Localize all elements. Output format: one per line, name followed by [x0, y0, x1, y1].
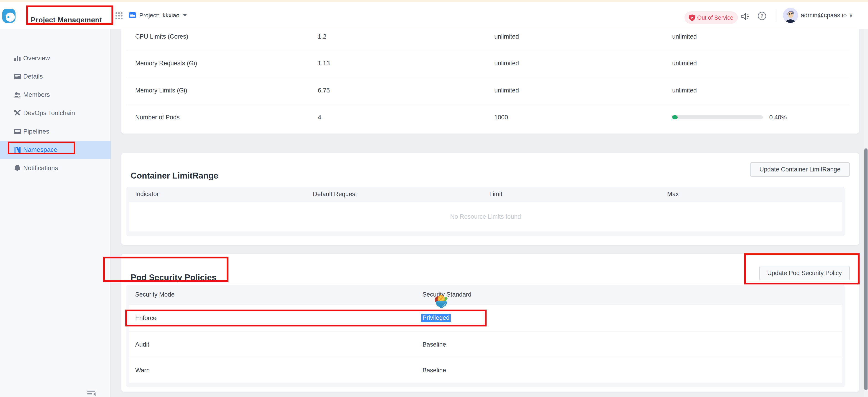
- bell-icon: [13, 164, 22, 172]
- sidebar-item-label: Notifications: [23, 164, 58, 172]
- table-row: Number of Pods 4 1000 0.40%: [126, 104, 850, 131]
- quota-row-name: CPU Limits (Cores): [135, 33, 188, 40]
- sidebar-item-label: Details: [23, 73, 43, 80]
- section-title-pod-security: Pod Security Policies: [131, 273, 216, 282]
- quota-row-limit: unlimited: [672, 60, 697, 67]
- pod-security-table: Security Mode Security Standard Enforce …: [126, 285, 845, 388]
- status-badge: Out of Service: [684, 11, 738, 24]
- pipeline-card-icon: [13, 127, 22, 136]
- sidebar-item-devops-toolchain[interactable]: DevOps Toolchain: [0, 104, 111, 122]
- sidebar-item-label: Pipelines: [23, 128, 49, 135]
- quota-row-quota: 1000: [494, 114, 508, 121]
- update-container-limitrange-button[interactable]: Update Container LimitRange: [750, 162, 850, 177]
- project-value: kkxiao: [162, 12, 180, 19]
- shield-icon: [689, 15, 695, 21]
- sidebar-item-members[interactable]: Members: [0, 86, 111, 104]
- namespace-n-icon: [13, 146, 22, 154]
- details-card-icon: [13, 73, 22, 81]
- quota-row-used: 4: [318, 114, 321, 121]
- quota-row-used: 1.2: [318, 33, 327, 40]
- screen: Project Management Project: kkxiao: [0, 0, 868, 397]
- header-divider-2: [777, 9, 777, 22]
- sidebar-item-namespace[interactable]: Namespace: [0, 141, 111, 159]
- sidebar-item-label: Overview: [23, 55, 50, 62]
- section-title-limitrange: Container LimitRange: [131, 171, 218, 180]
- help-icon[interactable]: ?: [757, 11, 767, 21]
- app-grid-icon[interactable]: [115, 12, 123, 20]
- empty-state-text: No Resource Limits found: [129, 202, 842, 231]
- security-mode: Warn: [135, 367, 150, 374]
- avatar[interactable]: [783, 8, 798, 23]
- bar-chart-icon: [13, 54, 22, 62]
- table-row-warn: Warn Baseline: [129, 358, 842, 383]
- quota-row-limit: unlimited: [672, 87, 697, 94]
- limitrange-table: Indicator Default Request Limit Max No R…: [126, 187, 845, 236]
- quota-row-used: 6.75: [318, 87, 330, 94]
- security-standard: Baseline: [423, 367, 446, 374]
- project-label: Project:: [139, 12, 159, 19]
- quota-row-quota: unlimited: [494, 87, 519, 94]
- sidebar-item-overview[interactable]: Overview: [0, 49, 111, 67]
- quota-row-used: 1.13: [318, 60, 330, 67]
- quota-row-name: Number of Pods: [135, 114, 180, 121]
- limitrange-empty-body: No Resource Limits found: [129, 202, 842, 231]
- project-switcher[interactable]: Project: kkxiao: [129, 2, 187, 29]
- sidebar-item-label: Namespace: [23, 146, 57, 153]
- chevron-down-icon: ∨: [849, 12, 853, 19]
- fruit-bowl-cursor-icon: [434, 293, 449, 309]
- tools-icon: [13, 109, 22, 117]
- scrollbar-thumb[interactable]: [864, 148, 868, 390]
- pods-progress-track: [672, 115, 763, 119]
- pods-progress-fill: [672, 115, 678, 119]
- user-email: admin@cpaas.io: [801, 12, 847, 19]
- column-header: Indicator: [135, 191, 159, 198]
- caret-down-icon: [183, 14, 187, 17]
- sidebar-item-pipelines[interactable]: Pipelines: [0, 122, 111, 141]
- browser-top-strip: [0, 0, 868, 2]
- pods-progress-label: 0.40%: [769, 114, 787, 121]
- sidebar-item-label: Members: [23, 91, 50, 98]
- sidebar: Overview Details Members: [0, 29, 111, 397]
- pod-security-table-body: Enforce Privileged Audit Baseline Warn B…: [129, 305, 842, 383]
- sidebar-item-label: DevOps Toolchain: [23, 109, 75, 117]
- svg-text:?: ?: [761, 13, 763, 19]
- table-row: Memory Requests (Gi) 1.13 unlimited unli…: [126, 50, 850, 77]
- table-row: CPU Limits (Cores) 1.2 unlimited unlimit…: [126, 29, 850, 50]
- user-menu[interactable]: admin@cpaas.io ∨: [801, 2, 853, 29]
- update-pod-security-policy-button[interactable]: Update Pod Security Policy: [759, 266, 850, 280]
- project-folder-icon: [129, 12, 136, 19]
- quota-row-name: Memory Limits (Gi): [135, 87, 187, 94]
- sidebar-item-details[interactable]: Details: [0, 67, 111, 86]
- security-mode: Enforce: [135, 314, 156, 322]
- people-icon: [13, 91, 22, 99]
- container-limitrange-card: Container LimitRange Update Container Li…: [121, 153, 859, 245]
- table-row: Memory Limits (Gi) 6.75 unlimited unlimi…: [126, 77, 850, 104]
- column-header: Max: [667, 191, 679, 198]
- resource-quota-card: CPU Limits (Cores) 1.2 unlimited unlimit…: [121, 29, 859, 134]
- sidebar-item-notifications[interactable]: Notifications: [0, 159, 111, 177]
- header-divider: [22, 9, 22, 22]
- quota-row-quota: unlimited: [494, 60, 519, 67]
- status-badge-label: Out of Service: [697, 15, 733, 21]
- quota-row-name: Memory Requests (Gi): [135, 60, 197, 67]
- column-header: Default Request: [313, 191, 357, 198]
- column-header: Limit: [489, 191, 502, 198]
- table-row-audit: Audit Baseline: [129, 331, 842, 358]
- security-standard: Baseline: [423, 341, 446, 348]
- table-row-enforce: Enforce Privileged: [129, 305, 842, 331]
- quota-row-quota: unlimited: [494, 33, 519, 40]
- column-header: Security Mode: [135, 291, 175, 298]
- quota-row-limit: unlimited: [672, 33, 697, 40]
- security-mode: Audit: [135, 341, 149, 348]
- pod-security-policies-card: Pod Security Policies Update Pod Securit…: [121, 254, 859, 392]
- speaker-icon[interactable]: [741, 13, 751, 20]
- collapse-sidebar-icon[interactable]: [87, 390, 96, 397]
- app-header: Project Management Project: kkxiao: [0, 2, 868, 29]
- security-standard-selected: Privileged: [421, 314, 451, 322]
- alauda-logo-icon[interactable]: [2, 9, 16, 23]
